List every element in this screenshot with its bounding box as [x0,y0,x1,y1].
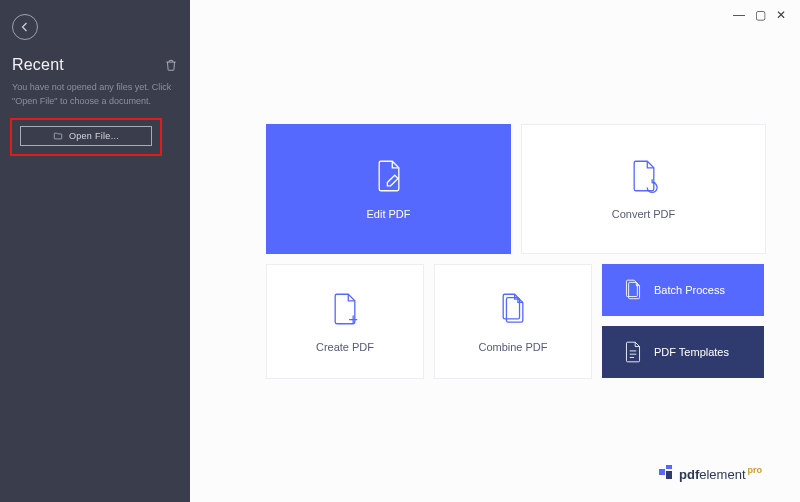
file-combine-icon [496,291,530,327]
file-templates-icon [622,340,644,364]
sidebar: Recent You have not opened any files yet… [0,0,190,502]
tile-batch-process[interactable]: Batch Process [602,264,764,316]
brand-suffix: pro [748,465,763,475]
tile-grid: Edit PDF Convert PDF Create PDF [266,124,766,379]
tile-label: Create PDF [316,341,374,353]
main-area: — ▢ ✕ Edit PDF Convert PDF [190,0,800,502]
open-file-highlight: Open File... [10,118,162,156]
window-minimize[interactable]: — [733,8,745,22]
window-controls: — ▢ ✕ [733,8,786,22]
tile-create-pdf[interactable]: Create PDF [266,264,424,379]
svg-rect-0 [659,469,665,475]
tile-pdf-templates[interactable]: PDF Templates [602,326,764,378]
open-file-label: Open File... [69,131,119,141]
tile-label: Combine PDF [478,341,547,353]
chevron-left-icon [19,21,31,33]
tile-label: PDF Templates [654,346,729,358]
tile-combine-pdf[interactable]: Combine PDF [434,264,592,379]
back-button[interactable] [12,14,38,40]
tile-convert-pdf[interactable]: Convert PDF [521,124,766,254]
window-close[interactable]: ✕ [776,8,786,22]
recent-title: Recent [12,56,64,74]
folder-icon [53,131,63,141]
file-convert-icon [627,158,661,194]
brand-logo: pdfelementpro [190,465,800,502]
svg-rect-2 [666,471,672,479]
open-file-button[interactable]: Open File... [20,126,152,146]
tile-edit-pdf[interactable]: Edit PDF [266,124,511,254]
tile-label: Batch Process [654,284,725,296]
window-maximize[interactable]: ▢ [755,8,766,22]
brand-text-2: element [699,467,745,482]
svg-rect-1 [666,465,672,469]
brand-text-1: pdf [679,467,699,482]
recent-hint: You have not opened any files yet. Click… [12,80,178,108]
file-create-icon [328,291,362,327]
file-edit-icon [372,158,406,194]
file-batch-icon [622,278,644,302]
brand-mark-icon [659,465,673,479]
trash-icon[interactable] [164,57,178,73]
tile-label: Edit PDF [366,208,410,220]
tile-label: Convert PDF [612,208,676,220]
